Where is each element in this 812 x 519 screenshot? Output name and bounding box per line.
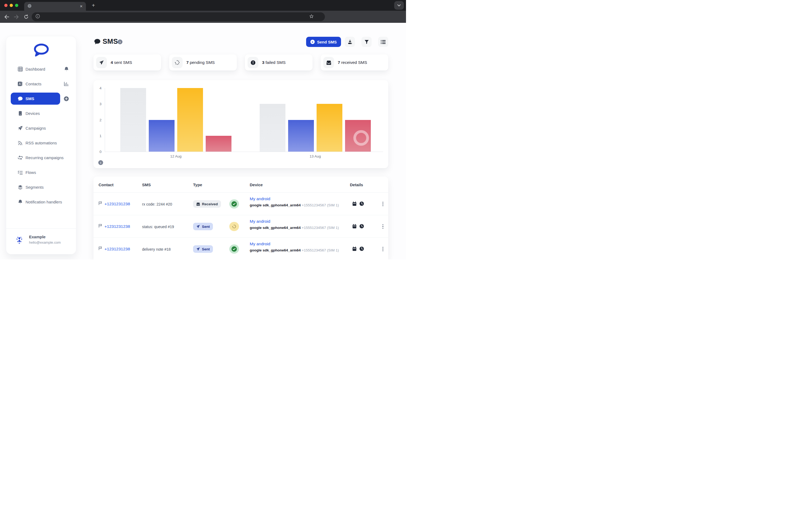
repeat-icon: [18, 155, 23, 160]
sidebar-item-label: Flows: [26, 170, 36, 175]
clock-icon[interactable]: [359, 201, 364, 207]
table-row: +1231231238 status: queued #19 Sent My a…: [93, 215, 388, 238]
bar-chart-icon[interactable]: [64, 81, 69, 87]
contact-link[interactable]: +1231231238: [105, 247, 130, 251]
device-link[interactable]: My android: [250, 219, 270, 223]
stat-value: 4: [111, 60, 113, 65]
sidebar-item-contacts[interactable]: Contacts: [6, 77, 76, 91]
sidebar-item-recurring-campaigns[interactable]: Recurring campaigns: [6, 150, 76, 165]
back-icon[interactable]: [4, 14, 10, 20]
status-success-icon: [229, 200, 239, 209]
sidebar-item-dashboard[interactable]: Dashboard: [6, 62, 76, 77]
calendar-icon[interactable]: [352, 202, 356, 207]
plus-icon: +: [311, 40, 315, 44]
device-sub: google sdk_gphone64_arm64 +15551234567 (…: [250, 248, 339, 252]
device-cell: My android google sdk_gphone64_arm64 +15…: [250, 196, 339, 207]
inbox-icon: [196, 202, 200, 206]
details-cell: [352, 224, 364, 230]
column-header-contact: Contact: [98, 182, 114, 187]
device-cell: My android google sdk_gphone64_arm64 +15…: [250, 242, 339, 252]
bar-sent-13-aug: [288, 120, 314, 152]
tab-close-icon[interactable]: ✕: [80, 5, 83, 8]
export-download-button[interactable]: [345, 37, 355, 47]
info-icon[interactable]: i: [118, 39, 122, 44]
sms-text: rx code: 2244 #20: [142, 202, 172, 206]
sidebar-item-notification-handlers[interactable]: Notification handlers: [6, 194, 76, 209]
row-menu-kebab-icon[interactable]: [380, 245, 386, 253]
list-view-button[interactable]: [378, 37, 388, 47]
sidebar-item-campaigns[interactable]: Campaigns: [6, 121, 76, 135]
page-header: SMS i + Send SMS: [93, 37, 388, 47]
zoom-window-button[interactable]: [15, 4, 18, 7]
row-menu-kebab-icon[interactable]: [380, 200, 386, 208]
sidebar-item-segments[interactable]: Segments: [6, 180, 76, 194]
table-row: +1231231238 delivery note #18 Sent My an…: [93, 238, 388, 260]
device-number: +15551234567 (SIM 1): [302, 226, 339, 230]
device-link[interactable]: My android: [250, 196, 270, 201]
chart-info-icon[interactable]: i: [98, 160, 103, 165]
main-content: SMS i + Send SMS: [93, 23, 388, 260]
sidebar-item-sms[interactable]: SMS: [6, 91, 76, 106]
sidebar-item-label: SMS: [26, 96, 34, 101]
contact-link[interactable]: +1231231238: [105, 202, 130, 206]
flag-icon: [98, 246, 102, 251]
sidebar-item-label: Segments: [26, 185, 44, 189]
sms-table: Contact SMS Type Device Details +1231231…: [93, 177, 388, 260]
new-tab-button[interactable]: +: [92, 3, 95, 8]
bar-received-12-aug: [120, 88, 146, 152]
calendar-icon[interactable]: [352, 247, 356, 252]
sidebar-item-devices[interactable]: Devices: [6, 106, 76, 121]
contact-cell: +1231231238: [98, 224, 130, 229]
address-bar[interactable]: [32, 12, 325, 21]
type-badge-received: Received: [193, 200, 221, 208]
bell-icon[interactable]: [64, 66, 69, 72]
device-model: google sdk_gphone64_arm64: [250, 248, 301, 252]
clock-icon[interactable]: [359, 224, 364, 230]
close-window-button[interactable]: [4, 4, 7, 7]
reload-icon[interactable]: [23, 14, 29, 20]
app-page: Dashboard Contacts: [0, 23, 406, 260]
avatar: [14, 235, 24, 245]
sidebar-item-label: Notification handlers: [26, 200, 62, 204]
stat-label: sent SMS: [114, 60, 132, 65]
minimize-window-button[interactable]: [10, 4, 13, 7]
stat-text: 7pending SMS: [186, 60, 215, 65]
sidebar-item-rss-automations[interactable]: RSS automations: [6, 135, 76, 150]
browser-tab[interactable]: ✕: [24, 2, 86, 11]
bookmark-star-icon[interactable]: [309, 14, 314, 20]
user-profile[interactable]: Example hello@example.com: [6, 232, 76, 248]
plus-circle-icon[interactable]: [64, 96, 69, 101]
calendar-icon[interactable]: [352, 224, 356, 230]
y-tick-label: 4: [94, 86, 102, 90]
chat-bubble-icon: [18, 96, 23, 101]
user-name: Example: [29, 235, 46, 239]
send-sms-label: Send SMS: [317, 40, 337, 44]
filter-button[interactable]: [361, 37, 372, 47]
send-sms-button[interactable]: + Send SMS: [306, 37, 341, 47]
stat-value: 7: [338, 60, 340, 65]
tab-search-chevron-icon[interactable]: [394, 1, 404, 10]
device-link[interactable]: My android: [250, 242, 270, 246]
forward-icon[interactable]: [13, 14, 19, 20]
column-header-details: Details: [350, 182, 363, 187]
contact-cell: +1231231238: [98, 246, 130, 251]
bar-failed-12-aug: [206, 136, 231, 152]
alert-circle-icon: [248, 57, 258, 68]
clock-icon[interactable]: [359, 246, 364, 252]
sidebar-item-label: RSS automations: [26, 141, 57, 145]
device-sub: google sdk_gphone64_arm64 +15551234567 (…: [250, 226, 339, 230]
stat-label: received SMS: [341, 60, 367, 65]
rocket-icon: [18, 126, 23, 131]
chart-plot-area: 0123412 Aug13 Aug: [93, 80, 388, 168]
sidebar-item-label: Contacts: [26, 82, 41, 86]
site-info-icon[interactable]: [35, 14, 40, 20]
sidebar-nav: Dashboard Contacts: [6, 62, 76, 209]
type-label: Sent: [202, 224, 210, 228]
status-pending-icon: [229, 222, 239, 231]
page-title: SMS: [103, 37, 118, 45]
contact-link[interactable]: +1231231238: [105, 224, 130, 229]
row-menu-kebab-icon[interactable]: [380, 223, 386, 230]
sidebar-item-flows[interactable]: Flows: [6, 165, 76, 180]
x-category-label: 12 Aug: [170, 154, 181, 158]
sms-bar-chart: 0123412 Aug13 Aug i: [93, 80, 388, 168]
